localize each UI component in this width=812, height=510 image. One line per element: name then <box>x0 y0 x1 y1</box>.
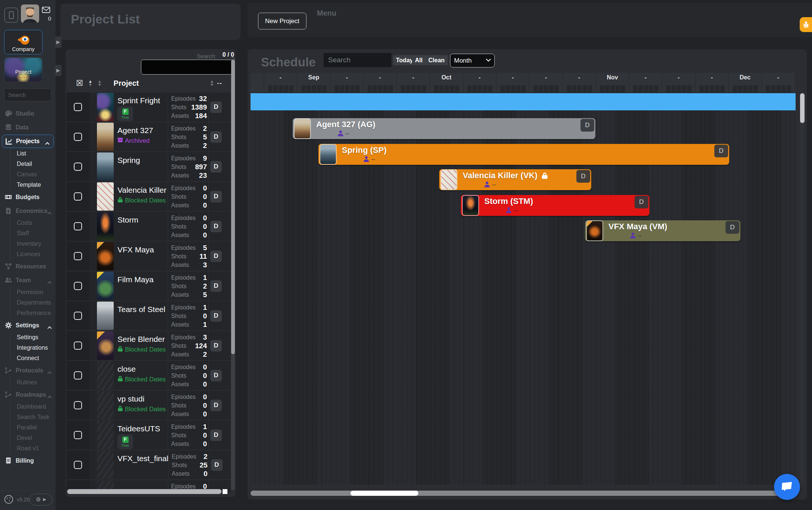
bar-detail-button[interactable]: D <box>576 170 590 183</box>
project-name[interactable]: Storm <box>117 215 168 224</box>
scrollbar-thumb[interactable] <box>231 60 235 354</box>
detail-button[interactable]: D <box>210 191 222 202</box>
column-header-project[interactable]: Project <box>114 79 139 88</box>
project-name[interactable]: Serie Blender <box>117 335 168 344</box>
sidebar-item-economics[interactable]: Economics <box>0 204 56 218</box>
report-bug-button[interactable] <box>800 17 812 32</box>
timeline-cell-week[interactable]: - <box>696 73 728 92</box>
project-expand-arrow[interactable]: ▶ <box>55 65 62 76</box>
timeline-cell-week[interactable]: - <box>762 73 794 92</box>
current-selection-band[interactable] <box>251 93 796 110</box>
sidebar-item-protocols[interactable]: Protocols <box>0 363 56 377</box>
detail-button[interactable]: D <box>210 340 222 352</box>
sidebar-subitem-staff[interactable]: Staff <box>17 228 56 239</box>
bar-detail-button[interactable]: D <box>726 221 739 234</box>
sidebar-item-resources[interactable]: Resources <box>0 259 56 273</box>
gantt-bar-storm-stm[interactable]: Storm (STM)--D <box>461 195 649 216</box>
schedule-vertical-scrollbar[interactable] <box>800 93 805 485</box>
mail-indicator[interactable]: 0 <box>41 7 51 22</box>
collapse-sidebar-button[interactable] <box>4 7 18 23</box>
row-checkbox[interactable] <box>74 371 82 380</box>
row-checkbox[interactable] <box>74 252 82 260</box>
row-checkbox[interactable] <box>74 341 82 350</box>
sort-select-column[interactable]: ▲▼ <box>88 80 92 86</box>
bar-detail-button[interactable]: D <box>580 119 594 132</box>
scrollbar-thumb[interactable] <box>800 93 805 123</box>
sidebar-subitem-performance[interactable]: Performance <box>17 308 56 318</box>
timeline-cell-sep[interactable]: Sep <box>298 73 330 92</box>
project-name[interactable]: Spring <box>117 156 168 165</box>
sidebar-subitem-rutines[interactable]: Rutines <box>17 377 56 388</box>
sidebar-item-studio[interactable]: Studio <box>0 107 56 120</box>
sidebar-item-budgets[interactable]: Budgets <box>0 190 56 204</box>
row-checkbox[interactable] <box>74 133 82 141</box>
row-checkbox[interactable] <box>74 282 82 290</box>
sidebar-subitem-search-task[interactable]: Search Task <box>17 412 56 422</box>
detail-button[interactable]: D <box>210 400 222 411</box>
row-checkbox[interactable] <box>74 192 82 201</box>
timeline-cell-week[interactable]: - <box>629 73 662 92</box>
footer-settings-button[interactable]: ⚙▶ <box>29 494 53 506</box>
sidebar-item-billing[interactable]: Billing <box>0 454 56 468</box>
project-name[interactable]: vp studi <box>117 394 168 403</box>
sidebar-subitem-canvas[interactable]: Canvas <box>17 169 56 180</box>
sort-thumb-column[interactable]: ▲▼ <box>98 80 102 86</box>
project-list-search-input[interactable] <box>141 60 232 75</box>
timeline-cell-week[interactable]: - <box>497 73 529 92</box>
detail-button[interactable]: D <box>210 251 222 262</box>
sidebar-subitem-list[interactable]: List <box>17 148 56 159</box>
sidebar-item-team[interactable]: Team <box>0 273 56 287</box>
sidebar-search-input[interactable] <box>4 88 51 101</box>
scrollbar-thumb[interactable] <box>67 489 221 494</box>
detail-button[interactable]: D <box>210 429 222 441</box>
timeline-cell-week[interactable]: - <box>530 73 562 92</box>
sidebar-item-data[interactable]: Data <box>0 120 56 134</box>
range-select[interactable]: Month <box>450 54 495 67</box>
sidebar-subitem-template[interactable]: Template <box>17 180 56 190</box>
project-name[interactable]: TeideesUTS <box>117 424 168 433</box>
timeline-cell-nov[interactable]: Nov <box>596 73 629 92</box>
detail-button[interactable]: D <box>211 459 223 471</box>
sidebar-item-roadmaps[interactable]: Roadmaps <box>0 388 56 402</box>
timeline-cell-week[interactable]: - <box>463 73 496 92</box>
sidebar-subitem-dashboard[interactable]: Dashboard <box>17 402 56 412</box>
project-name[interactable]: Sprint Fright <box>117 96 168 105</box>
detail-button[interactable]: D <box>210 101 222 113</box>
bar-detail-button[interactable]: D <box>714 145 728 157</box>
schedule-search-input[interactable] <box>324 53 391 67</box>
list-vertical-scrollbar[interactable] <box>231 57 235 490</box>
timeline-cell-week[interactable]: - <box>331 73 363 92</box>
row-checkbox[interactable] <box>74 103 82 111</box>
row-checkbox[interactable] <box>74 461 82 469</box>
timeline-cell-week[interactable]: - <box>364 73 396 92</box>
project-name[interactable]: VFX_test_final <box>117 454 169 463</box>
gantt-bar-spring-sp[interactable]: Spring (SP)--D <box>318 144 729 165</box>
sidebar-subitem-licences[interactable]: Licences <box>17 249 56 259</box>
detail-button[interactable]: D <box>210 161 222 173</box>
project-name[interactable]: close <box>117 365 168 374</box>
timeline-cell-oct[interactable]: Oct <box>430 73 463 92</box>
sidebar-subitem-permision[interactable]: Permision <box>17 287 56 298</box>
sidebar-subitem-costs[interactable]: Costs <box>17 218 56 228</box>
gantt-bar-agent-327-ag[interactable]: Agent 327 (AG)--D <box>293 118 595 139</box>
schedule-horizontal-scrollbar[interactable] <box>251 491 796 496</box>
bar-detail-button[interactable]: D <box>635 196 648 208</box>
clean-button[interactable]: Clean <box>425 55 448 65</box>
sort-stats-column[interactable]: ▲▼ <box>210 80 214 86</box>
project-name[interactable]: VFX Maya <box>117 245 168 254</box>
detail-button[interactable]: D <box>210 310 222 322</box>
cookie-icon[interactable] <box>4 494 14 504</box>
sidebar-item-settings[interactable]: Settings <box>0 318 56 332</box>
all-button[interactable]: All <box>412 55 425 65</box>
sidebar-subitem-integrations[interactable]: Integrations <box>17 343 56 353</box>
gantt-bar-valencia-killer-vk[interactable]: Valencia Killer (VK)--D <box>439 169 591 190</box>
sidebar-item-projects[interactable]: Projects <box>2 135 54 148</box>
row-checkbox[interactable] <box>74 431 82 439</box>
sidebar-subitem-devel[interactable]: Devel <box>17 433 56 443</box>
row-checkbox[interactable] <box>74 222 82 230</box>
timeline-cell-dec[interactable]: Dec <box>729 73 761 92</box>
row-checkbox[interactable] <box>74 401 82 409</box>
sidebar-subitem-settings[interactable]: Settings <box>17 332 56 343</box>
chat-button[interactable] <box>774 474 800 500</box>
company-expand-arrow[interactable]: ▶ <box>55 37 62 48</box>
